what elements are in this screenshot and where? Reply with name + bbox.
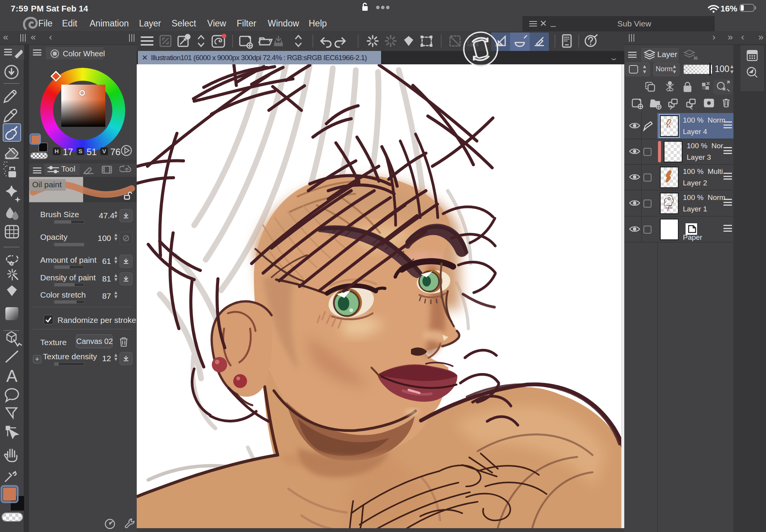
svg-text:A: A (6, 367, 18, 385)
